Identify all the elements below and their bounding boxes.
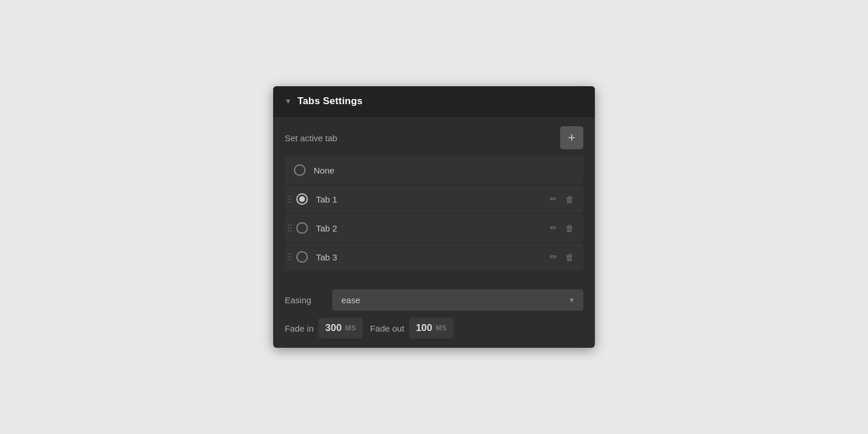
set-active-label: Set active tab <box>285 133 337 143</box>
tab1-actions: ✏ 🗑 <box>550 194 574 204</box>
tab2-actions: ✏ 🗑 <box>550 223 574 233</box>
tab-label-tab3: Tab 3 <box>316 252 550 262</box>
tab-label-tab2: Tab 2 <box>316 223 550 233</box>
tab-label-none: None <box>314 165 574 175</box>
set-active-row: Set active tab + <box>285 126 583 149</box>
tab-item-tab3[interactable]: Tab 3 ✏ 🗑 <box>285 243 583 271</box>
fade-row: Fade in 300 MS Fade out 100 MS <box>285 318 583 339</box>
delete-tab3-icon[interactable]: 🗑 <box>565 252 574 262</box>
fade-out-label: Fade out <box>370 323 404 333</box>
tab3-actions: ✏ 🗑 <box>550 252 574 262</box>
fade-out-value: 100 <box>416 322 432 334</box>
fade-in-label: Fade in <box>285 323 314 333</box>
drag-handle-tab1[interactable] <box>288 196 292 203</box>
chevron-down-icon: ▼ <box>285 97 292 105</box>
drag-handle-tab3[interactable] <box>288 253 292 260</box>
tab-label-tab1: Tab 1 <box>316 194 550 204</box>
drag-handle-tab2[interactable] <box>288 225 292 231</box>
tab-item-none[interactable]: None <box>285 156 583 184</box>
easing-select[interactable]: ease linear ease-in ease-out ease-in-out <box>332 289 583 311</box>
fade-out-group: Fade out 100 MS <box>370 318 454 339</box>
tab-item-tab1[interactable]: Tab 1 ✏ 🗑 <box>285 185 583 213</box>
fade-in-unit: MS <box>345 324 356 332</box>
edit-tab2-icon[interactable]: ✏ <box>550 223 557 233</box>
fade-in-input[interactable]: 300 MS <box>318 318 363 339</box>
edit-tab1-icon[interactable]: ✏ <box>550 194 557 204</box>
edit-tab3-icon[interactable]: ✏ <box>550 252 557 262</box>
tabs-settings-panel: ▼ Tabs Settings Set active tab + None <box>273 86 595 348</box>
panel-body: Set active tab + None Tab 1 <box>273 117 595 348</box>
delete-tab2-icon[interactable]: 🗑 <box>565 223 574 233</box>
fade-in-value: 300 <box>325 322 341 334</box>
radio-tab3[interactable] <box>296 251 308 263</box>
panel-title: Tabs Settings <box>297 95 363 107</box>
radio-tab1[interactable] <box>296 193 308 205</box>
delete-tab1-icon[interactable]: 🗑 <box>565 194 574 204</box>
panel-header: ▼ Tabs Settings <box>273 86 595 117</box>
fade-out-input[interactable]: 100 MS <box>409 318 454 339</box>
radio-tab2[interactable] <box>296 222 308 234</box>
tab-item-tab2[interactable]: Tab 2 ✏ 🗑 <box>285 214 583 242</box>
easing-select-wrapper: ease linear ease-in ease-out ease-in-out… <box>332 289 583 311</box>
tab-list: None Tab 1 ✏ 🗑 <box>285 156 583 271</box>
fade-out-unit: MS <box>436 324 447 332</box>
easing-label: Easing <box>285 295 325 305</box>
easing-row: Easing ease linear ease-in ease-out ease… <box>285 289 583 311</box>
fade-in-group: Fade in 300 MS <box>285 318 363 339</box>
radio-none[interactable] <box>294 164 306 176</box>
add-tab-button[interactable]: + <box>560 126 583 149</box>
